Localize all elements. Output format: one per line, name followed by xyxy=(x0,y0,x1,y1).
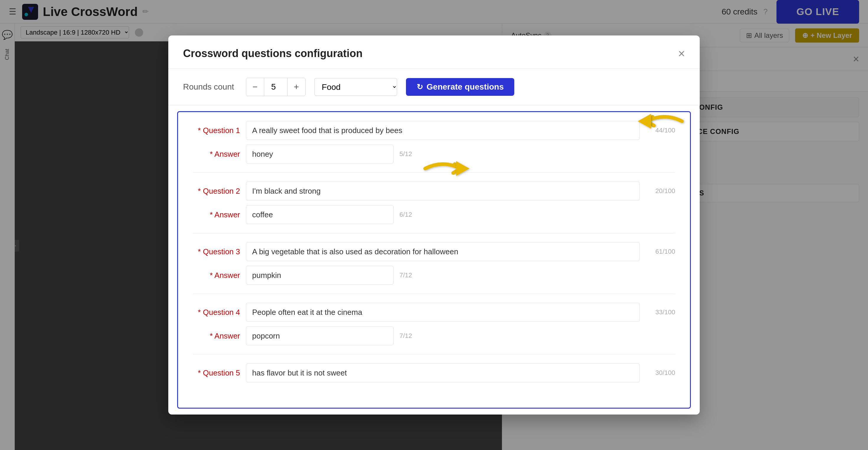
answer-4-char-count: 7/12 xyxy=(399,332,412,340)
question-5-row: * Question 5 30/100 xyxy=(193,363,675,382)
question-4-input[interactable] xyxy=(246,303,640,322)
modal-overlay: Crossword questions configuration × Roun… xyxy=(0,0,868,450)
answer-2-row: * Answer 6/12 xyxy=(193,205,675,224)
generate-questions-button[interactable]: ↻ Generate questions xyxy=(406,78,514,96)
rounds-value-input[interactable] xyxy=(264,78,287,96)
question-2-input[interactable] xyxy=(246,181,640,200)
question-5-label: * Question 5 xyxy=(193,368,240,377)
question-1-row: * Question 1 44/100 xyxy=(193,121,675,140)
stepper-increase-button[interactable]: + xyxy=(287,78,305,96)
answer-1-input[interactable] xyxy=(246,145,394,164)
question-5-input[interactable] xyxy=(246,363,640,382)
answer-4-row: * Answer 7/12 xyxy=(193,327,675,345)
question-5-char-count: 30/100 xyxy=(646,369,675,377)
refresh-icon: ↻ xyxy=(416,83,423,92)
answer-2-char-count: 6/12 xyxy=(399,211,412,219)
modal-header: Crossword questions configuration × xyxy=(168,35,700,69)
answer-3-label: * Answer xyxy=(193,271,240,280)
question-4-label: * Question 4 xyxy=(193,308,240,317)
answer-2-input[interactable] xyxy=(246,205,394,224)
modal-body: * Question 1 44/100 * Answer 5/12 * Ques… xyxy=(177,111,691,409)
question-2-row: * Question 2 20/100 xyxy=(193,181,675,200)
modal-close-button[interactable]: × xyxy=(678,48,685,59)
question-3-char-count: 61/100 xyxy=(646,248,675,255)
answer-3-row: * Answer 7/12 xyxy=(193,266,675,285)
answer-4-label: * Answer xyxy=(193,332,240,341)
stepper-decrease-button[interactable]: − xyxy=(246,78,264,96)
question-block-3: * Question 3 61/100 * Answer 7/12 xyxy=(193,233,675,294)
answer-1-char-count: 5/12 xyxy=(399,150,412,158)
modal-controls: Rounds count − + Food Animals Sports Sci… xyxy=(168,69,700,105)
answer-1-label: * Answer xyxy=(193,149,240,159)
question-block-4: * Question 4 33/100 * Answer 7/12 xyxy=(193,294,675,355)
answer-3-char-count: 7/12 xyxy=(399,272,412,279)
question-1-char-count: 44/100 xyxy=(646,126,675,134)
answer-2-label: * Answer xyxy=(193,210,240,219)
rounds-stepper: − + xyxy=(246,78,306,96)
answer-3-input[interactable] xyxy=(246,266,394,285)
question-3-row: * Question 3 61/100 xyxy=(193,242,675,261)
topic-select[interactable]: Food Animals Sports Science History xyxy=(314,78,397,96)
modal: Crossword questions configuration × Roun… xyxy=(168,35,700,415)
question-3-label: * Question 3 xyxy=(193,247,240,256)
question-1-input[interactable] xyxy=(246,121,640,140)
question-block-2: * Question 2 20/100 * Answer 6/12 xyxy=(193,173,675,233)
question-3-input[interactable] xyxy=(246,242,640,261)
question-4-char-count: 33/100 xyxy=(646,308,675,316)
question-2-label: * Question 2 xyxy=(193,187,240,196)
question-4-row: * Question 4 33/100 xyxy=(193,303,675,322)
answer-4-input[interactable] xyxy=(246,327,394,345)
question-2-char-count: 20/100 xyxy=(646,187,675,195)
answer-1-row: * Answer 5/12 xyxy=(193,145,675,164)
rounds-label: Rounds count xyxy=(183,82,234,92)
question-block-5: * Question 5 30/100 xyxy=(193,355,675,396)
question-1-label: * Question 1 xyxy=(193,126,240,135)
modal-title: Crossword questions configuration xyxy=(183,47,363,60)
question-block-1: * Question 1 44/100 * Answer 5/12 xyxy=(193,112,675,173)
